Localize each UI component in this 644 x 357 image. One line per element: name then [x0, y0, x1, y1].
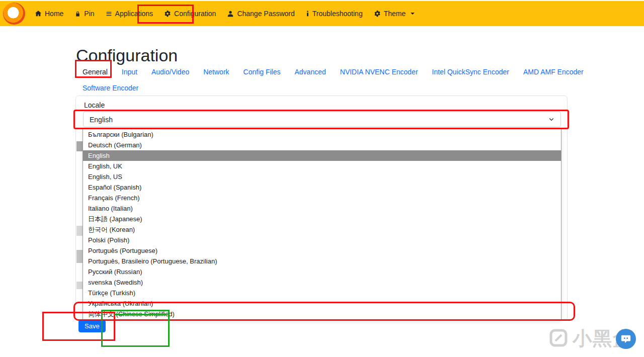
nav-theme[interactable]: Theme — [368, 1, 421, 26]
tabs-row-2: Software Encoder — [75, 80, 581, 96]
dropdown-option-chinese-simplified[interactable]: 简体中文 (Chinese Simplified) — [83, 309, 561, 319]
dropdown-option-italian[interactable]: Italiano (Italian) — [83, 203, 561, 214]
home-icon — [35, 10, 42, 17]
tab-software-encoder[interactable]: Software Encoder — [75, 80, 145, 96]
nav-troubleshooting-label: Troubleshooting — [312, 10, 363, 18]
nav-theme-label: Theme — [384, 10, 406, 18]
tab-config-files[interactable]: Config Files — [236, 64, 288, 80]
dropdown-option-polish[interactable]: Polski (Polish) — [83, 235, 561, 245]
dropdown-option-english-uk[interactable]: English, UK — [83, 161, 561, 171]
dropdown-option-spanish[interactable]: Español (Spanish) — [83, 182, 561, 193]
tab-general[interactable]: General — [75, 64, 115, 80]
tab-advanced[interactable]: Advanced — [287, 64, 333, 80]
dropdown-option-japanese[interactable]: 日本語 (Japanese) — [83, 214, 561, 224]
dropdown-option-english[interactable]: English — [83, 150, 561, 161]
chevron-down-icon — [548, 116, 554, 124]
dropdown-option-english-us[interactable]: English, US — [83, 171, 561, 182]
dropdown-option-russian[interactable]: Русский (Russian) — [83, 266, 561, 277]
tab-network[interactable]: Network — [196, 64, 236, 80]
chat-bubble-icon[interactable] — [616, 329, 636, 349]
locale-select[interactable]: English — [83, 112, 561, 127]
nav-change-password[interactable]: Change Password — [221, 1, 300, 26]
tabs-row-1: General Input Audio/Video Network Config… — [75, 64, 581, 80]
locale-select-value: English — [90, 116, 113, 124]
sunshine-logo[interactable] — [3, 3, 25, 25]
heybox-logo-icon — [548, 328, 569, 350]
tab-amd-amf[interactable]: AMD AMF Encoder — [516, 64, 591, 80]
dropdown-option-swedish[interactable]: svenska (Swedish) — [83, 277, 561, 288]
dropdown-option-portuguese-br[interactable]: Português, Brasileiro (Portuguese, Brazi… — [83, 256, 561, 266]
locale-label: Locale — [84, 101, 105, 109]
dropdown-option-german[interactable]: Deutsch (German) — [83, 140, 561, 150]
gear-icon — [374, 10, 381, 17]
page-title: Configuration — [76, 46, 178, 65]
locale-dropdown-list: Български (Bulgarian) Deutsch (German) E… — [83, 129, 561, 320]
info-icon — [306, 10, 309, 17]
dropdown-option-ukrainian[interactable]: Українська (Ukranian) — [83, 298, 561, 309]
tab-intel-quicksync[interactable]: Intel QuickSync Encoder — [425, 64, 516, 80]
user-icon — [227, 10, 234, 17]
save-button[interactable]: Save — [78, 320, 106, 332]
sunshine-config-page: Home Pin Applications Configuration Chan… — [0, 0, 644, 357]
nav-pin-label: Pin — [84, 10, 94, 18]
lock-icon — [74, 11, 81, 17]
dropdown-option-portuguese[interactable]: Português (Portuguese) — [83, 245, 561, 256]
nav-applications-label: Applications — [115, 10, 153, 18]
dropdown-option-korean[interactable]: 한국어 (Korean) — [83, 224, 561, 235]
nav-applications[interactable]: Applications — [100, 1, 159, 26]
nav-troubleshooting[interactable]: Troubleshooting — [300, 1, 368, 26]
nav-home[interactable]: Home — [29, 1, 69, 26]
tab-audio-video[interactable]: Audio/Video — [144, 64, 196, 80]
tab-nvidia-nvenc[interactable]: NVIDIA NVENC Encoder — [333, 64, 425, 80]
nav-configuration-label: Configuration — [174, 10, 216, 18]
chevron-down-icon — [411, 13, 415, 15]
list-icon — [106, 11, 112, 17]
gear-icon — [164, 10, 171, 17]
top-navbar: Home Pin Applications Configuration Chan… — [0, 1, 644, 26]
nav-configuration[interactable]: Configuration — [158, 1, 221, 26]
config-tabs: General Input Audio/Video Network Config… — [75, 64, 581, 96]
nav-pin[interactable]: Pin — [69, 1, 100, 26]
dropdown-option-turkish[interactable]: Türkçe (Turkish) — [83, 288, 561, 298]
nav-change-password-label: Change Password — [237, 10, 294, 18]
dropdown-option-french[interactable]: Français (French) — [83, 193, 561, 203]
nav-home-label: Home — [45, 10, 63, 18]
dropdown-option-bulgarian[interactable]: Български (Bulgarian) — [83, 129, 561, 140]
tab-input[interactable]: Input — [115, 64, 144, 80]
